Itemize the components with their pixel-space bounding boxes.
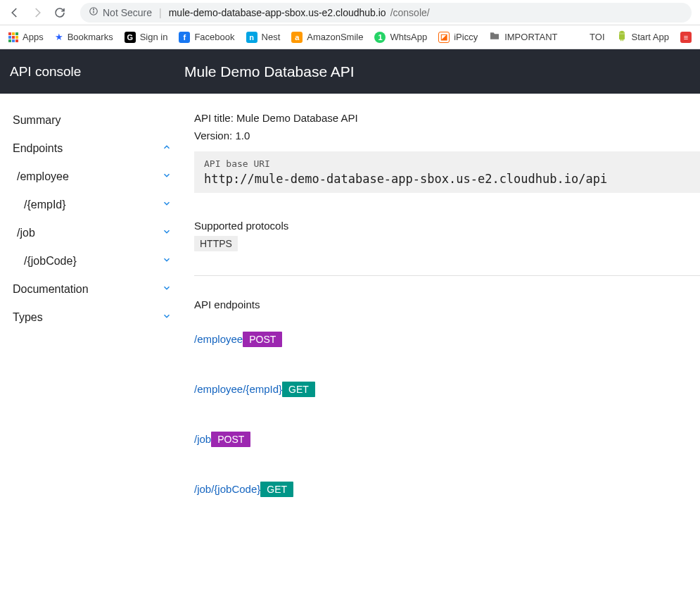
chevron-down-icon: [162, 170, 172, 183]
bookmark-startapp[interactable]: Start App: [616, 30, 669, 44]
bookmark-toi[interactable]: TOI: [590, 32, 604, 42]
bookmark-bookmarks[interactable]: ★ Bookmarks: [55, 32, 113, 42]
address-bar[interactable]: Not Secure | mule-demo-database-app-sbox…: [80, 3, 692, 23]
chevron-down-icon: [162, 227, 172, 239]
method-badge[interactable]: POST: [211, 432, 250, 447]
sidebar-item-label: Endpoints: [13, 142, 63, 155]
forward-button[interactable]: [31, 6, 44, 19]
reload-button[interactable]: [53, 6, 66, 19]
whatsapp-icon: 1: [374, 32, 386, 43]
bookmark-label: Nest: [262, 32, 281, 42]
sidebar-item-label: /job: [17, 227, 35, 239]
api-title-value: Mule Demo Database API: [236, 112, 358, 124]
brand-label: API console: [0, 64, 184, 80]
endpoint-link[interactable]: /job/{jobCode}: [194, 483, 260, 495]
sidebar-endpoint-employee[interactable]: /employee: [10, 163, 174, 191]
bookmark-facebook[interactable]: f Facebook: [179, 32, 234, 43]
version-value: 1.0: [235, 130, 250, 142]
sidebar-types[interactable]: Types: [10, 303, 174, 332]
sidebar-endpoint-job[interactable]: /job: [10, 219, 174, 247]
method-badge[interactable]: POST: [243, 332, 282, 347]
folder-icon: [489, 30, 500, 44]
api-title-line: API title: Mule Demo Database API: [194, 112, 700, 124]
sidebar-item-label: Documentation: [13, 283, 89, 296]
bookmark-signin[interactable]: G Sign in: [125, 32, 168, 43]
amazon-icon: a: [291, 32, 303, 43]
svg-point-2: [94, 9, 94, 10]
chevron-down-icon: [162, 311, 172, 324]
bookmark-amazonsmile[interactable]: a AmazonSmile: [291, 32, 363, 43]
bookmark-nest[interactable]: n Nest: [246, 32, 281, 43]
base-uri-box: API base URI http://mule-demo-database-a…: [194, 151, 700, 193]
bookmark-whtsapp[interactable]: 1 WhtsApp: [374, 32, 427, 43]
sidebar-item-label: /{empId}: [24, 199, 66, 211]
bookmark-label: IMPORTANT: [504, 32, 557, 42]
bookmark-label: Start App: [632, 32, 669, 42]
sidebar-endpoint-empid[interactable]: /{empId}: [10, 191, 174, 219]
menu-icon: ≡: [680, 32, 692, 43]
nest-icon: n: [246, 32, 257, 43]
star-icon: ★: [55, 32, 63, 42]
bookmark-label: iPiccy: [454, 32, 478, 42]
bookmark-label: Apps: [23, 32, 44, 42]
version-line: Version: 1.0: [194, 130, 700, 142]
browser-toolbar: Not Secure | mule-demo-database-app-sbox…: [0, 0, 700, 25]
endpoint-block: /employeePOST: [194, 332, 700, 349]
divider: [194, 275, 700, 276]
chevron-down-icon: [162, 255, 172, 268]
url-path: /console/: [390, 7, 430, 18]
facebook-icon: f: [179, 32, 190, 43]
sidebar-item-label: /{jobCode}: [24, 255, 77, 268]
endpoint-block: /employee/{empId}GET: [194, 382, 700, 399]
chevron-up-icon: [162, 142, 172, 155]
bookmark-label: TOI: [590, 32, 604, 42]
sidebar-item-label: Types: [13, 311, 43, 324]
sidebar-endpoint-jobcode[interactable]: /{jobCode}: [10, 247, 174, 275]
bookmark-label: Sign in: [140, 32, 168, 42]
method-badge[interactable]: GET: [260, 482, 293, 497]
main-content: API title: Mule Demo Database API Versio…: [184, 94, 700, 560]
sidebar-item-label: Summary: [13, 114, 61, 127]
page-title: Mule Demo Database API: [184, 63, 355, 80]
version-label: Version:: [194, 130, 235, 142]
endpoint-link[interactable]: /employee/{empId}: [194, 383, 282, 395]
info-icon: [89, 6, 98, 18]
address-separator: |: [159, 7, 162, 18]
apps-icon: [8, 32, 18, 42]
sidebar-summary[interactable]: Summary: [10, 106, 174, 134]
android-icon: [616, 30, 628, 44]
base-uri-value: http://mule-demo-database-app-sbox.us-e2…: [204, 172, 690, 186]
chevron-down-icon: [162, 199, 172, 211]
back-button[interactable]: [8, 6, 21, 19]
bookmark-extra[interactable]: ≡: [680, 32, 692, 43]
endpoint-link[interactable]: /employee: [194, 333, 243, 345]
signin-icon: G: [125, 32, 136, 43]
endpoint-block: /jobPOST: [194, 432, 700, 449]
endpoint-block: /job/{jobCode}GET: [194, 482, 700, 499]
endpoint-link[interactable]: /job: [194, 433, 211, 445]
bookmark-label: AmazonSmile: [307, 32, 363, 42]
sidebar: Summary Endpoints /employee /{empId} /jo…: [0, 94, 184, 560]
not-secure-label: Not Secure: [103, 7, 152, 18]
bookmarks-bar: Apps ★ Bookmarks G Sign in f Facebook n …: [0, 25, 700, 49]
url-host: mule-demo-database-app-sbox.us-e2.cloudh…: [169, 7, 386, 18]
api-title-label: API title:: [194, 112, 236, 124]
method-badge[interactable]: GET: [282, 382, 315, 397]
protocol-badge: HTTPS: [194, 236, 238, 251]
sidebar-item-label: /employee: [17, 170, 69, 183]
bookmark-ipiccy[interactable]: ◪ iPiccy: [438, 32, 478, 43]
ipiccy-icon: ◪: [438, 32, 450, 43]
sidebar-endpoints[interactable]: Endpoints: [10, 134, 174, 163]
bookmark-important[interactable]: IMPORTANT: [489, 30, 557, 44]
bookmark-label: Bookmarks: [68, 32, 113, 42]
bookmark-label: WhtsApp: [390, 32, 427, 42]
bookmark-label: Facebook: [194, 32, 234, 42]
bookmark-apps[interactable]: Apps: [8, 32, 44, 42]
endpoints-list: /employeePOST/employee/{empId}GET/jobPOS…: [194, 332, 700, 499]
endpoints-heading: API endpoints: [194, 299, 700, 310]
app-header: API console Mule Demo Database API: [0, 49, 700, 94]
chevron-down-icon: [162, 283, 172, 296]
sidebar-documentation[interactable]: Documentation: [10, 275, 174, 303]
supported-protocols-label: Supported protocols: [194, 220, 700, 232]
base-uri-label: API base URI: [204, 158, 690, 169]
